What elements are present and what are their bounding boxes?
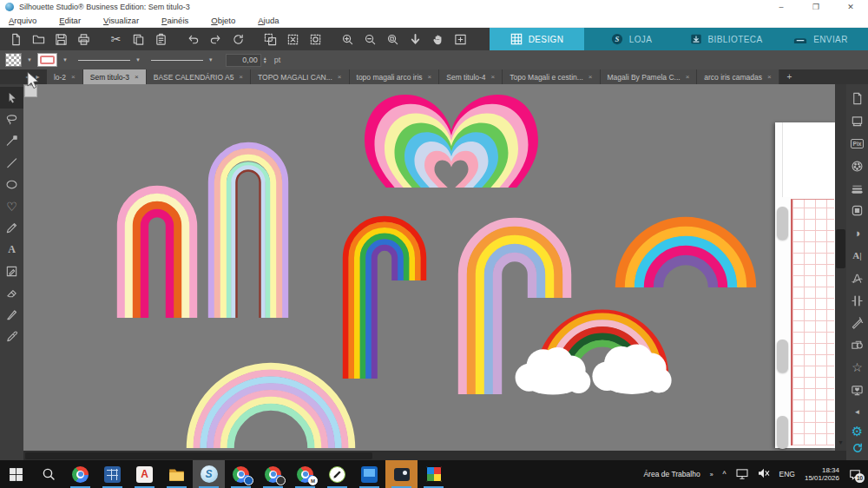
pixscan-panel-button[interactable]: Pix [846,133,868,155]
fill-pattern-panel-button[interactable] [846,200,868,222]
trace-panel-button[interactable]: ◑ [846,222,868,245]
taskbar-grid-app[interactable] [418,460,450,488]
tab-close-icon[interactable]: × [239,73,243,81]
lasso-tool[interactable] [0,109,23,130]
notes-tool[interactable] [0,260,23,282]
document-tab[interactable]: Sem titulo-4× [439,69,503,84]
taskbar-chrome-4[interactable]: M [289,460,321,488]
edit-points-tool[interactable] [0,130,23,152]
language-indicator[interactable]: ENG [779,470,795,478]
tab-scroll-arrows[interactable]: ◄► [0,69,47,84]
ellipse-tool[interactable] [0,174,23,195]
zoom-out-button[interactable] [361,30,379,49]
line-color-swatch[interactable] [37,53,57,67]
freehand-tool[interactable] [0,217,23,239]
open-folder-button[interactable] [30,30,48,49]
scroll-down-icon[interactable]: ▼ [838,439,844,445]
page-setup-panel-button[interactable] [846,88,868,110]
tab-close-icon[interactable]: × [338,73,342,81]
menu-visualizar[interactable]: Visualizar [103,16,139,25]
tab-close-icon[interactable]: × [71,73,76,81]
line-color-dropdown-arrow[interactable]: ▼ [62,57,68,63]
notification-center-button[interactable]: 10 [849,469,861,480]
line-tool[interactable] [0,152,23,174]
eyedropper-tool[interactable] [0,326,23,347]
new-document-button[interactable] [7,30,25,49]
taskbar-chrome-3[interactable] [257,460,289,488]
menu-arquivo[interactable]: Arquivo [9,16,36,25]
copy-button[interactable] [129,30,148,49]
document-tab[interactable]: Sem titulo-3× [83,69,147,84]
line-end-dropdown[interactable]: ▼ [151,57,219,63]
stroke-width-input[interactable]: 0,00 [226,54,261,67]
fill-swatch[interactable] [5,53,22,67]
document-tab[interactable]: Magali By Pamela C...× [601,69,698,84]
eraser-tool[interactable] [0,282,23,304]
redo-button[interactable] [207,30,225,49]
refresh-button[interactable] [229,30,247,49]
deselect-button[interactable] [284,30,302,49]
line-style-panel-button[interactable] [846,177,868,200]
hidden-icons-button[interactable]: ^ [723,470,727,478]
taskbar-movie-app[interactable] [353,460,385,488]
design-canvas[interactable]: ▼ [23,84,846,461]
nav-tab-loja[interactable]: SLOJA [584,28,679,50]
tab-close-icon[interactable]: × [428,73,432,81]
taskbar-pen-app[interactable] [321,460,353,488]
document-tab[interactable]: BASE CALENDÁRIO A5× [147,69,251,84]
vertical-scroll-thumb[interactable] [836,229,845,268]
document-tab[interactable]: TOPO MAGALI CAN...× [251,69,349,84]
bold-semicircle-rainbow[interactable] [621,222,752,288]
transform-panel-button[interactable] [846,289,868,312]
network-icon[interactable] [736,469,748,479]
settings-gear-button[interactable]: ⚙ [852,424,863,439]
print-button[interactable] [75,30,93,49]
duplicate-button[interactable] [261,30,279,49]
taskbar-file-explorer[interactable] [161,460,193,488]
zoom-in-button[interactable] [339,30,357,49]
select-tool[interactable] [0,87,23,109]
menu-objeto[interactable]: Objeto [211,16,235,25]
color-palette-panel-button[interactable] [846,155,868,177]
text-tool[interactable]: A [0,239,23,260]
document-tab[interactable]: Topo Magali e cestin...× [503,69,600,84]
pan-button[interactable] [429,30,447,49]
sync-button[interactable] [852,442,864,458]
tab-close-icon[interactable]: × [767,73,772,81]
classic-rainbow-arch[interactable] [345,219,423,379]
taskbar-silhouette-studio[interactable]: S [193,460,225,488]
tall-arch-pastel[interactable] [212,146,286,319]
taskbar-acrobat[interactable]: A [128,460,161,488]
zoom-pull-button[interactable] [406,30,424,49]
document-tab[interactable]: arco iris camadas× [697,69,779,84]
minimize-button[interactable]: – [764,0,799,14]
fit-to-page-button[interactable] [451,30,470,49]
nav-tab-design[interactable]: DESIGN [490,28,584,50]
fill-dropdown-arrow[interactable]: ▼ [27,57,32,63]
zoom-selection-button[interactable] [384,30,402,49]
tab-close-icon[interactable]: × [589,73,593,81]
tray-chevron[interactable]: » [710,472,713,478]
clock[interactable]: 18:34 15/01/2026 [805,466,839,482]
menu-paineis[interactable]: Painéis [161,16,188,25]
taskbar-chrome-2[interactable] [225,460,257,488]
cutting-mat-panel-button[interactable] [846,110,868,133]
document-tab[interactable]: lo-2× [47,69,83,84]
volume-muted-icon[interactable] [758,468,770,480]
tab-close-icon[interactable]: × [491,73,496,81]
tall-arch-pink[interactable] [122,190,194,318]
taskbar-calculator[interactable] [96,460,128,488]
save-button[interactable] [52,30,70,49]
desktop-peek-label[interactable]: Área de Trabalho [643,470,700,478]
replicate-panel-button[interactable] [846,334,868,357]
glyphs-panel-button[interactable] [846,267,868,289]
menu-editar[interactable]: Editar [59,16,81,25]
new-tab-button[interactable]: + [779,69,800,84]
vertical-scrollbar[interactable]: ▼ [835,84,846,451]
heart-shape-tool[interactable]: ♡ [0,195,23,217]
text-style-panel-button[interactable]: A| [846,245,868,267]
taskbar-chrome-1[interactable] [64,460,96,488]
taskbar-search[interactable] [32,460,64,488]
menu-ajuda[interactable]: Ajuda [258,16,279,25]
taskbar-start[interactable] [0,460,32,488]
